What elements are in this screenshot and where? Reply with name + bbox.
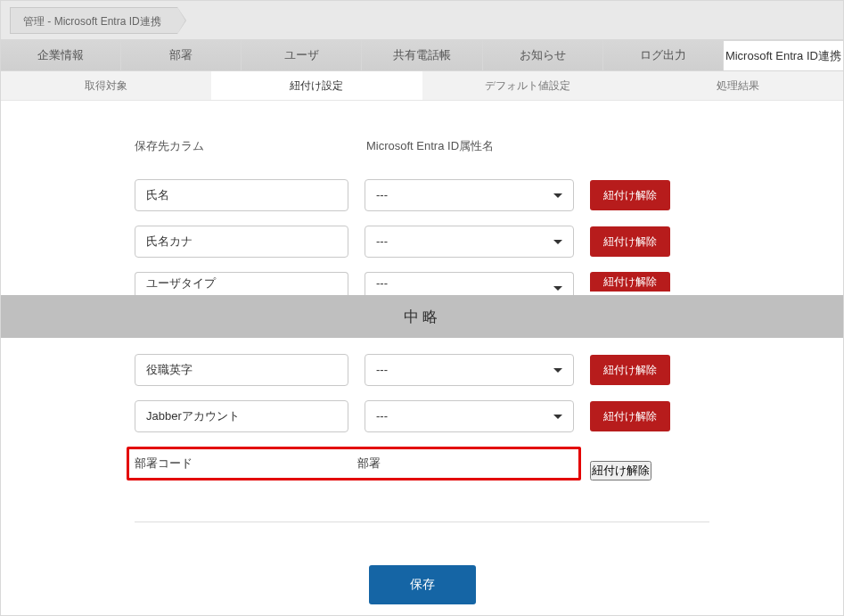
main-tabs: 企業情報 部署 ユーザ 共有電話帳 お知らせ ログ出力 Microsoft En… <box>1 40 843 71</box>
tab-company-info[interactable]: 企業情報 <box>1 40 121 70</box>
attribute-select[interactable]: --- <box>365 226 574 258</box>
mapping-row-truncated: ユーザタイプ --- 紐付け解除 <box>135 272 709 295</box>
mapping-row: Jabberアカウント --- 紐付け解除 <box>135 400 709 432</box>
header-save-column: 保存先カラム <box>135 138 348 154</box>
omitted-section: 中略 <box>135 295 709 338</box>
column-name-field: 役職英字 <box>135 354 348 386</box>
content-area: 保存先カラム Microsoft Entra ID属性名 氏名 --- 紐付け解… <box>1 101 843 604</box>
column-name-field: Jabberアカウント <box>135 400 348 432</box>
attribute-select[interactable]: --- <box>365 400 574 432</box>
tab-entra-id-link[interactable]: Microsoft Entra ID連携 <box>724 40 843 70</box>
breadcrumb-title: 管理 - Microsoft Entra ID連携 <box>23 15 161 28</box>
attribute-select[interactable]: --- <box>365 354 574 386</box>
unlink-button[interactable]: 紐付け解除 <box>590 461 651 480</box>
tab-notice[interactable]: お知らせ <box>483 40 603 70</box>
tab-shared-phonebook[interactable]: 共有電話帳 <box>362 40 482 70</box>
subtab-default[interactable]: デフォルト値設定 <box>422 71 633 100</box>
highlighted-mapping-row: 部署コード 部署 紐付け解除 <box>135 447 709 495</box>
save-button-wrap: 保存 <box>135 565 709 604</box>
mapping-row: 氏名 --- 紐付け解除 <box>135 179 709 211</box>
column-name-field: ユーザタイプ <box>135 272 348 295</box>
divider <box>135 522 709 522</box>
column-name-field: 氏名 <box>135 179 348 211</box>
subtab-binding[interactable]: 紐付け設定 <box>211 71 422 100</box>
tab-log-output[interactable]: ログ出力 <box>603 40 724 70</box>
column-name-field: 氏名カナ <box>135 226 348 258</box>
sub-tabs: 取得対象 紐付け設定 デフォルト値設定 処理結果 <box>1 71 843 101</box>
subtab-result[interactable]: 処理結果 <box>633 71 843 100</box>
column-headers: 保存先カラム Microsoft Entra ID属性名 <box>135 138 709 154</box>
header-attribute-name: Microsoft Entra ID属性名 <box>366 138 576 154</box>
mapping-row: 氏名カナ --- 紐付け解除 <box>135 226 709 258</box>
highlight-box: 部署コード 部署 <box>127 447 581 480</box>
omit-label: 中略 <box>1 295 843 338</box>
subtab-target[interactable]: 取得対象 <box>1 71 211 100</box>
unlink-button[interactable]: 紐付け解除 <box>590 355 670 385</box>
tab-department[interactable]: 部署 <box>121 40 242 70</box>
save-button[interactable]: 保存 <box>369 565 476 604</box>
unlink-button[interactable]: 紐付け解除 <box>590 180 670 210</box>
breadcrumb-bar: 管理 - Microsoft Entra ID連携 <box>1 1 843 40</box>
breadcrumb-item[interactable]: 管理 - Microsoft Entra ID連携 <box>10 7 177 34</box>
attribute-select[interactable]: --- <box>365 179 574 211</box>
tab-user[interactable]: ユーザ <box>242 40 362 70</box>
unlink-button[interactable]: 紐付け解除 <box>590 401 670 431</box>
unlink-button[interactable]: 紐付け解除 <box>590 272 670 292</box>
column-name-field: 部署コード <box>135 456 347 472</box>
attribute-select[interactable]: 部署 <box>357 456 550 472</box>
mapping-row: 役職英字 --- 紐付け解除 <box>135 354 709 386</box>
unlink-button[interactable]: 紐付け解除 <box>590 226 670 257</box>
attribute-select[interactable]: --- <box>365 272 574 295</box>
